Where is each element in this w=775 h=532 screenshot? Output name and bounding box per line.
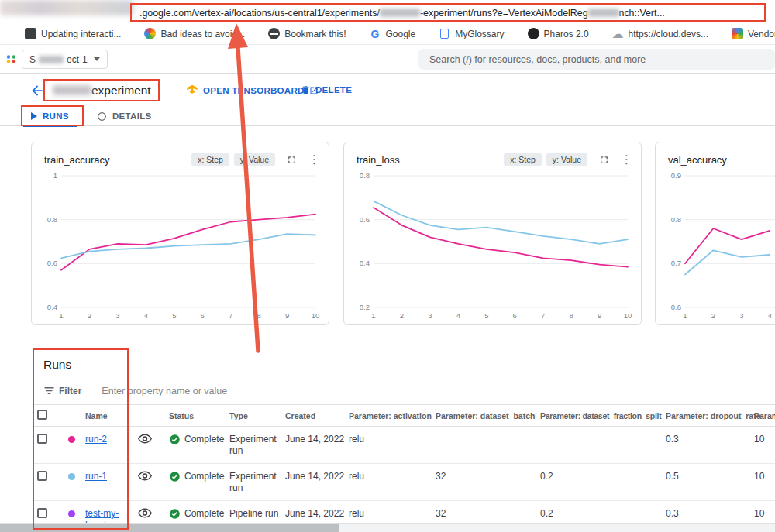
svg-text:8: 8 [569,311,573,320]
back-arrow-icon[interactable] [29,83,45,101]
search-placeholder: Search (/) for resources, docs, products… [429,54,646,65]
chart-card-train-loss: train_loss x: Step y: Value ⋮ 0.20.40.60… [343,142,642,325]
bookmark-label: Bad ideas to avoid... [160,29,245,39]
tensorboard-icon [186,84,198,97]
project-name-suffix: ect-1 [67,54,88,65]
svg-text:5: 5 [484,311,488,320]
run-created: June 14, 2022 [281,427,344,464]
svg-text:6: 6 [201,311,205,320]
experiment-header: experiment OPEN TENSORBOARD DELETE [0,80,775,105]
fullscreen-icon[interactable] [598,154,610,166]
url-bar[interactable]: .google.com/vertex-ai/locations/us-centr… [140,5,665,21]
column-header-dataset-batch[interactable]: Parameter: dataset_batch [431,405,536,427]
svg-text:0.7: 0.7 [671,259,681,267]
kebab-menu-icon[interactable]: ⋮ [308,153,318,166]
x-axis-chip[interactable]: x: Step [504,153,542,166]
bookmark-label: Updating interacti... [41,29,121,39]
svg-text:3: 3 [428,311,432,320]
open-tensorboard-button[interactable]: OPEN TENSORBOARD [186,84,319,97]
svg-text:0.2: 0.2 [360,303,370,311]
run-name-link[interactable]: run-1 [85,471,107,482]
fullscreen-icon[interactable] [286,154,298,166]
svg-text:9: 9 [598,311,601,320]
chart-title: train_loss [356,154,499,166]
bookmark-favicon-pinwheel [144,28,156,39]
visibility-eye-icon[interactable] [138,435,152,446]
bookmark-label: Google [386,29,416,39]
bookmark-item[interactable]: Bookmark this! [268,28,346,39]
row-checkbox[interactable] [37,471,47,481]
column-header-fraction-split[interactable]: Parameter: dataset_fraction_split [536,405,661,427]
console-logo-icon [5,53,19,68]
column-header-activation[interactable]: Parameter: activation [344,405,431,427]
svg-text:1: 1 [371,311,375,320]
param-last: 10 [749,464,775,501]
chevron-down-icon [94,57,100,61]
tab-bar: RUNS DETAILS [0,106,775,126]
bookmark-label: MyGlossary [455,29,504,39]
bookmark-item[interactable]: Pharos 2.0 [528,28,589,39]
bookmark-favicon-globe [268,28,280,39]
x-axis-chip[interactable]: x: Step [191,153,229,166]
visibility-eye-icon[interactable] [138,510,152,520]
row-checkbox[interactable] [37,434,47,444]
svg-text:0.6: 0.6 [360,215,370,224]
filter-button[interactable]: Filter [43,385,81,396]
run-color-dot [68,473,75,480]
visibility-eye-icon[interactable] [138,472,152,483]
svg-text:8: 8 [257,311,260,320]
bookmark-favicon-document [439,28,450,39]
svg-text:4: 4 [144,311,148,320]
param-fraction-split: 0.2 [536,464,661,501]
param-dropout-rate: 0.3 [661,427,749,464]
line-chart-train-accuracy: 0.40.60.8112345678910 [38,170,329,324]
bookmark-label: Bookmark this! [284,29,346,39]
svg-text:1: 1 [53,171,57,180]
svg-text:0.4: 0.4 [360,259,370,267]
status-text: Complete [184,434,224,445]
screen: .google.com/vertex-ai/locations/us-centr… [0,0,775,532]
bookmark-favicon-dark-circle [528,28,539,39]
bookmark-item[interactable]: G Google [370,28,416,39]
column-header-name[interactable]: Name [81,405,133,427]
svg-text:1: 1 [683,311,687,320]
bookmark-item[interactable]: MyGlossary [439,28,504,39]
bookmark-item[interactable]: ☁ https://cloud.devs... [612,28,708,39]
bookmark-item[interactable]: Vendor Portal [732,28,775,39]
project-name-redaction [39,56,64,63]
bookmark-label: Pharos 2.0 [544,29,589,39]
line-chart-val-accuracy: 0.60.70.80.912345678910 [662,170,775,324]
cloud-icon: ☁ [612,28,624,39]
column-header-dropout-rate[interactable]: Parameter: dropout_rate [661,405,749,427]
y-axis-chip[interactable]: y: Value [234,153,275,166]
param-dataset-batch [431,427,536,464]
filter-input[interactable]: Enter property name or value [102,386,227,396]
bookmark-item[interactable]: Bad ideas to avoid... [144,28,245,39]
tab-details[interactable]: DETAILS [97,106,151,126]
horizontal-scrollbar-thumb[interactable] [0,524,339,532]
bookmark-item[interactable]: Updating interacti... [25,28,121,39]
url-redaction [588,9,619,17]
console-search-input[interactable]: Search (/) for resources, docs, products… [418,49,775,70]
column-header-type[interactable]: Type [225,405,281,427]
bookmark-favicon-dark-square [25,28,36,39]
svg-text:7: 7 [229,311,232,320]
y-axis-chip[interactable]: y: Value [546,153,587,166]
svg-text:1: 1 [59,311,63,320]
title-redaction [53,85,91,95]
tab-runs[interactable]: RUNS [31,106,69,126]
column-header-status[interactable]: Status [164,405,225,427]
url-segment-2: -experiment/runs?e=VertexAiModelReg [420,8,588,19]
svg-text:0.8: 0.8 [671,215,681,224]
delete-button[interactable]: DELETE [301,84,352,95]
select-all-checkbox[interactable] [37,410,47,420]
bookmark-label: https://cloud.devs... [629,29,708,39]
console-header: S ect-1 Search (/) for resources, docs, … [0,45,775,74]
row-checkbox[interactable] [37,508,47,518]
kebab-menu-icon[interactable]: ⋮ [621,153,630,166]
check-circle-icon [169,508,181,520]
run-name-link[interactable]: run-2 [85,434,107,444]
line-chart-train-loss: 0.20.40.60.812345678910 [350,170,641,324]
project-selector[interactable]: S ect-1 [22,50,108,69]
column-header-created[interactable]: Created [281,405,344,427]
